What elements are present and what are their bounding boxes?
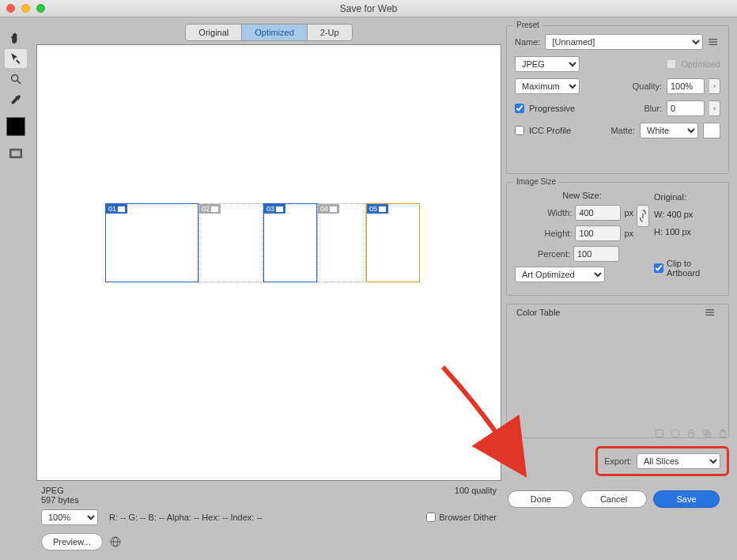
quality-input[interactable] [667, 78, 705, 94]
percent-input[interactable] [573, 246, 619, 262]
svg-rect-16 [705, 432, 710, 437]
done-button[interactable]: Done [508, 490, 574, 508]
quality-preset-select[interactable]: Maximum [515, 78, 580, 94]
svg-rect-14 [689, 433, 694, 437]
export-label: Export: [604, 456, 632, 466]
slice-02[interactable]: 02 [198, 203, 263, 282]
minimize-window-button[interactable] [21, 4, 30, 13]
format-info: JPEG 597 bytes [41, 486, 79, 505]
pixel-info: R: -- G: -- B: -- Alpha: -- Hex: -- Inde… [109, 513, 263, 522]
slice-visibility-toggle[interactable] [5, 144, 27, 163]
tool-palette [0, 17, 32, 560]
view-tabs: Original Optimized 2-Up [185, 24, 352, 41]
export-highlight: Export: All Slices [595, 446, 729, 476]
tab-original[interactable]: Original [186, 25, 242, 40]
zoom-window-button[interactable] [36, 4, 45, 13]
constrain-proportions-icon[interactable] [637, 205, 649, 227]
width-input[interactable] [575, 205, 621, 221]
new-swatch-icon [701, 428, 712, 439]
cancel-button[interactable]: Cancel [580, 490, 647, 508]
color-table-panel: Color Table [506, 304, 729, 438]
slice-01[interactable]: 01 [105, 203, 198, 282]
snap-to-web-icon [654, 428, 665, 439]
preset-panel: Preset Name: [Unnamed] JPEG Optimized Ma… [506, 25, 729, 174]
blur-input[interactable] [667, 100, 705, 116]
close-window-button[interactable] [6, 4, 15, 13]
svg-rect-13 [656, 429, 663, 437]
slice-05[interactable]: 05 [366, 203, 420, 282]
preview-canvas[interactable]: 01 02 03 04 05 [36, 44, 501, 481]
quality-stepper[interactable]: › [709, 78, 720, 94]
slice-04[interactable]: 04 [317, 203, 366, 282]
progressive-checkbox[interactable] [515, 104, 524, 113]
eyedropper-color-swatch[interactable] [6, 117, 25, 136]
cube-icon [670, 428, 681, 439]
matte-select[interactable]: White [640, 123, 698, 138]
save-button[interactable]: Save [653, 490, 720, 508]
quality-info: 100 quality [455, 486, 497, 505]
icc-profile-checkbox[interactable] [515, 126, 524, 135]
eyedropper-tool[interactable] [5, 90, 27, 109]
svg-line-1 [17, 81, 21, 84]
optimized-checkbox [667, 59, 676, 69]
zoom-select[interactable]: 100% [41, 509, 98, 525]
window-title: Save for Web [340, 3, 397, 14]
hand-tool[interactable] [5, 28, 27, 47]
zoom-tool[interactable] [5, 70, 27, 89]
blur-stepper[interactable]: › [709, 100, 720, 116]
trash-icon [717, 428, 728, 439]
slice-select-tool[interactable] [5, 49, 27, 68]
tab-2up[interactable]: 2-Up [308, 25, 352, 40]
preset-menu-icon[interactable] [708, 37, 720, 47]
clip-to-artboard-toggle[interactable]: Clip to Artboard [654, 259, 720, 278]
browser-dither-toggle[interactable]: Browser Dither [426, 513, 497, 522]
lock-icon [686, 428, 697, 439]
height-input[interactable] [575, 225, 621, 241]
color-table-menu-icon[interactable] [705, 308, 717, 317]
matte-swatch[interactable] [703, 123, 720, 138]
svg-rect-15 [704, 430, 709, 435]
export-select[interactable]: All Slices [637, 453, 720, 469]
interpolation-select[interactable]: Art Optimized [515, 267, 605, 282]
format-select[interactable]: JPEG [515, 56, 580, 72]
svg-point-0 [12, 75, 18, 81]
svg-rect-2 [11, 150, 21, 157]
browser-dither-checkbox[interactable] [426, 513, 436, 522]
clip-to-artboard-checkbox[interactable] [654, 263, 663, 273]
preview-in-browser-icon[interactable] [109, 535, 122, 548]
image-size-panel: Image Size New Size: Width: px Height: [506, 182, 729, 296]
tab-optimized[interactable]: Optimized [242, 25, 308, 40]
slice-03[interactable]: 03 [263, 203, 317, 282]
preset-name-select[interactable]: [Unnamed] [545, 34, 703, 50]
preview-button[interactable]: Preview... [41, 533, 103, 551]
